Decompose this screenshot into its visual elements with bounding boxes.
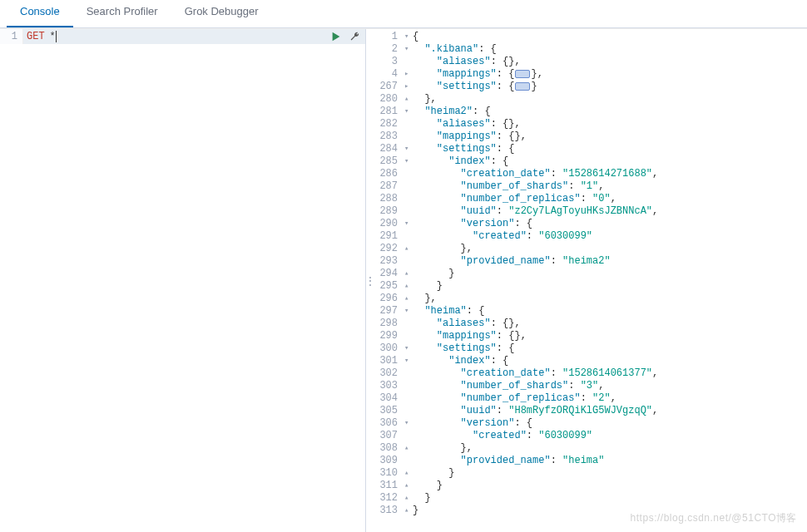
line-number: 288: [374, 193, 404, 205]
line-number: 1: [374, 31, 404, 43]
code-content: "provided_name": "heima": [413, 455, 807, 467]
line-number: 310: [374, 467, 404, 480]
code-line: 299 "mappings": {},: [374, 330, 807, 342]
fold-toggle-icon[interactable]: ▾: [404, 342, 413, 355]
line-number: 308: [374, 442, 404, 455]
line-number: 286: [374, 168, 404, 180]
line-number: 312: [374, 492, 404, 505]
code-content: "number_of_replicas": "0",: [413, 193, 807, 205]
request-editor[interactable]: 1 GET *: [0, 29, 366, 532]
line-number: 292: [374, 243, 404, 255]
tab-search-profiler[interactable]: Search Profiler: [73, 0, 171, 27]
code-content: },: [413, 93, 807, 106]
fold-toggle-icon[interactable]: ▴: [404, 480, 413, 492]
code-line: 288 "number_of_replicas": "0",: [374, 193, 807, 205]
line-number: 309: [374, 455, 404, 467]
code-line: 294▴ }: [374, 268, 807, 280]
code-line: 284▾ "settings": {: [374, 143, 807, 155]
code-line: 296▴ },: [374, 293, 807, 305]
fold-toggle-icon[interactable]: ▾: [404, 355, 413, 367]
code-content: "number_of_shards": "1",: [413, 180, 807, 193]
fold-toggle-icon[interactable]: ▴: [404, 268, 413, 280]
line-number: 282: [374, 118, 404, 131]
code-line: 307 "created": "6030099": [374, 430, 807, 442]
code-content: }: [413, 480, 807, 492]
code-content: "creation_date": "1528614061377",: [413, 367, 807, 380]
play-icon[interactable]: [330, 31, 342, 45]
fold-toggle-icon[interactable]: ▴: [404, 93, 413, 106]
fold-toggle-icon[interactable]: ▾: [404, 43, 413, 56]
code-line: 310▴ }: [374, 467, 807, 480]
line-number: 267: [374, 81, 404, 93]
code-content: "mappings": {},: [413, 330, 807, 342]
fold-toggle-icon[interactable]: ▴: [404, 293, 413, 305]
line-number: 281: [374, 106, 404, 118]
fold-toggle-icon[interactable]: ▴: [404, 492, 413, 505]
fold-toggle-icon[interactable]: ▾: [404, 305, 413, 318]
line-number: 2: [374, 43, 404, 56]
fold-toggle-icon[interactable]: ▸: [404, 81, 413, 93]
code-line: 290▾ "version": {: [374, 218, 807, 230]
line-number: 302: [374, 367, 404, 380]
request-path: *: [45, 29, 56, 44]
code-content: "aliases": {},: [413, 318, 807, 330]
fold-toggle-icon: [404, 131, 413, 143]
request-line[interactable]: 1 GET *: [0, 29, 365, 44]
fold-toggle-icon[interactable]: ▴: [404, 505, 413, 517]
line-number: 296: [374, 293, 404, 305]
fold-toggle-icon[interactable]: ▾: [404, 31, 413, 43]
fold-toggle-icon[interactable]: ▾: [404, 106, 413, 118]
code-line: 293 "provided_name": "heima2": [374, 255, 807, 268]
fold-toggle-icon[interactable]: ▴: [404, 280, 413, 293]
code-content: }: [413, 467, 807, 480]
line-number: 283: [374, 131, 404, 143]
collapsed-region-badge[interactable]: [515, 82, 530, 91]
line-number: 304: [374, 392, 404, 405]
fold-toggle-icon[interactable]: ▴: [404, 243, 413, 255]
fold-toggle-icon: [404, 56, 413, 68]
code-line: 3 "aliases": {},: [374, 56, 807, 68]
tab-console[interactable]: Console: [7, 0, 73, 27]
line-number: 299: [374, 330, 404, 342]
code-content: "aliases": {},: [413, 56, 807, 68]
fold-toggle-icon[interactable]: ▾: [404, 155, 413, 168]
code-line: 287 "number_of_shards": "1",: [374, 180, 807, 193]
code-line: 280▴ },: [374, 93, 807, 106]
collapsed-region-badge[interactable]: [515, 70, 530, 78]
line-number: 289: [374, 205, 404, 218]
code-content: }: [413, 505, 807, 517]
code-content: "created": "6030099": [413, 430, 807, 442]
line-number: 300: [374, 342, 404, 355]
pane-resize-handle[interactable]: [366, 29, 374, 532]
fold-toggle-icon: [404, 118, 413, 131]
code-line: 301▾ "index": {: [374, 355, 807, 367]
code-content: "version": {: [413, 417, 807, 430]
fold-toggle-icon: [404, 193, 413, 205]
code-content: "uuid": "z2Cy7LAgToyuHKsJZBNNcA",: [413, 205, 807, 218]
text-caret: [56, 31, 57, 42]
fold-toggle-icon: [404, 405, 413, 417]
tab-grok-debugger[interactable]: Grok Debugger: [171, 0, 272, 27]
dev-tools-tabs: ConsoleSearch ProfilerGrok Debugger: [0, 0, 807, 28]
response-output[interactable]: 1▾{2▾ ".kibana": {3 "aliases": {},4▸ "ma…: [374, 29, 807, 532]
wrench-icon[interactable]: [349, 31, 360, 45]
code-content: "aliases": {},: [413, 118, 807, 131]
code-line: 267▸ "settings": {}: [374, 81, 807, 93]
fold-toggle-icon[interactable]: ▴: [404, 442, 413, 455]
code-content: "uuid": "H8mRyfzORQiKlG5WJVgzqQ",: [413, 405, 807, 417]
code-line: 300▾ "settings": {: [374, 342, 807, 355]
fold-toggle-icon[interactable]: ▾: [404, 417, 413, 430]
code-line: 285▾ "index": {: [374, 155, 807, 168]
fold-toggle-icon[interactable]: ▴: [404, 467, 413, 480]
fold-toggle-icon[interactable]: ▸: [404, 68, 413, 81]
fold-toggle-icon[interactable]: ▾: [404, 218, 413, 230]
code-line: 309 "provided_name": "heima": [374, 455, 807, 467]
code-line: 313▴}: [374, 505, 807, 517]
line-number: 4: [374, 68, 404, 81]
code-line: 297▾ "heima": {: [374, 305, 807, 318]
code-line: 2▾ ".kibana": {: [374, 43, 807, 56]
fold-toggle-icon[interactable]: ▾: [404, 143, 413, 155]
request-method: GET: [23, 29, 45, 44]
workspace: 1 GET * 1▾{2▾ ".kibana": {3 "aliases": {…: [0, 28, 807, 532]
line-number: 297: [374, 305, 404, 318]
